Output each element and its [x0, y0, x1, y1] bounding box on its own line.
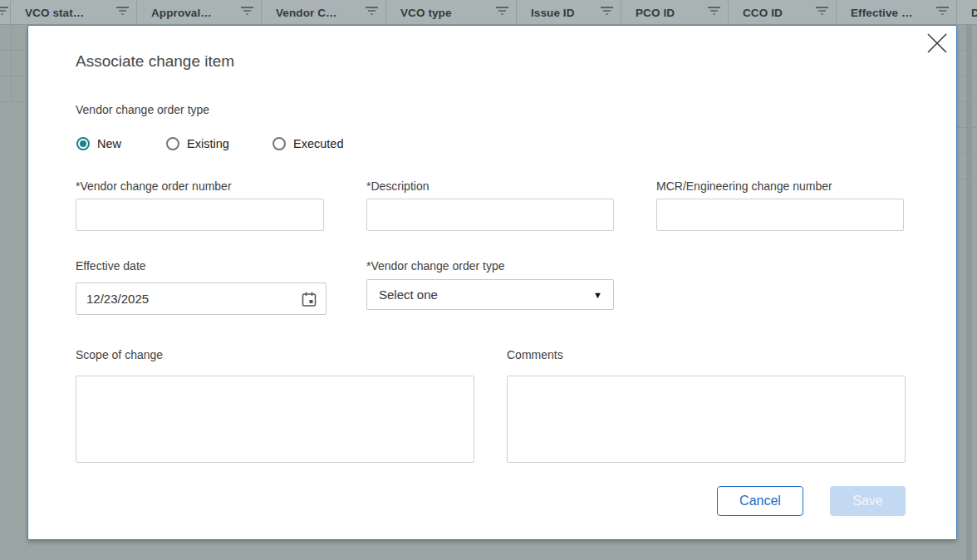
filter-icon[interactable]	[240, 7, 253, 17]
radio-label: New	[97, 137, 121, 150]
comments-textarea[interactable]	[507, 376, 906, 463]
description-input[interactable]	[366, 199, 614, 231]
column-header-label: VCO stat…	[25, 7, 84, 19]
column-header-cco-id[interactable]: CCO ID	[729, 0, 837, 25]
filter-icon[interactable]	[495, 7, 508, 17]
filter-icon[interactable]	[707, 7, 720, 17]
radio-group-label: Vendor change order type	[76, 103, 209, 116]
scope-label: Scope of change	[76, 348, 163, 361]
column-header-label: Del	[971, 7, 977, 19]
radio-unselected-icon[interactable]	[272, 137, 286, 150]
description-label: *Description	[366, 179, 429, 193]
column-header-label: PCO ID	[636, 7, 675, 19]
comments-label: Comments	[507, 348, 563, 361]
vco-type-selected-value: Select one	[367, 287, 593, 302]
save-button[interactable]: Save	[830, 486, 906, 516]
filter-icon[interactable]	[0, 7, 8, 17]
scope-textarea[interactable]	[76, 376, 474, 463]
column-header-vco-status[interactable]: VCO stat…	[11, 0, 137, 25]
column-divider	[11, 25, 12, 102]
column-header-label: Effective …	[851, 7, 913, 19]
column-header-vendor-c[interactable]: Vendor C…	[262, 0, 386, 25]
vco-number-input[interactable]	[76, 199, 324, 231]
vco-type-label: *Vendor change order type	[366, 259, 505, 273]
chevron-down-icon[interactable]: ▼	[593, 290, 602, 300]
radio-unselected-icon[interactable]	[166, 137, 179, 150]
column-header-effective[interactable]: Effective …	[837, 0, 957, 25]
column-header-label: Issue ID	[531, 7, 575, 19]
calendar-icon[interactable]	[301, 291, 317, 307]
column-header-label: VCO type	[400, 7, 452, 19]
filter-icon[interactable]	[815, 7, 828, 17]
column-header-label: Approval…	[151, 7, 212, 19]
associate-change-item-dialog: Associate change item Vendor change orde…	[27, 25, 957, 540]
radio-label: Executed	[293, 137, 343, 150]
column-header-label: Vendor C…	[276, 7, 337, 19]
filter-icon[interactable]	[115, 7, 129, 17]
filter-icon[interactable]	[935, 7, 949, 17]
vco-number-label: *Vendor change order number	[76, 179, 232, 193]
column-header-pco-id[interactable]: PCO ID	[621, 0, 729, 25]
close-icon[interactable]	[925, 32, 949, 55]
column-header-vco-type[interactable]: VCO type	[386, 0, 517, 25]
cancel-button[interactable]: Cancel	[717, 486, 803, 516]
filter-icon[interactable]	[600, 7, 613, 17]
column-header-approval[interactable]: Approval…	[137, 0, 262, 25]
scrollbar[interactable]	[966, 25, 972, 560]
table-header-row: VCO stat… Approval… Vendor C… VCO type I…	[0, 0, 977, 25]
effective-date-label: Effective date	[76, 259, 146, 273]
filter-icon[interactable]	[365, 7, 378, 17]
radio-executed[interactable]: Executed	[272, 137, 343, 150]
column-header-issue-id[interactable]: Issue ID	[517, 0, 621, 25]
vco-type-select[interactable]: Select one ▼	[366, 279, 614, 310]
radio-selected-icon[interactable]	[76, 137, 90, 150]
effective-date-input[interactable]: 12/23/2025	[76, 282, 326, 315]
mcr-number-input[interactable]	[656, 199, 904, 231]
mcr-number-label: MCR/Engineering change number	[656, 179, 832, 193]
column-header-label: CCO ID	[743, 7, 783, 19]
column-header-partial[interactable]	[0, 0, 11, 25]
radio-existing[interactable]: Existing	[166, 137, 229, 150]
effective-date-value[interactable]: 12/23/2025	[76, 292, 301, 306]
radio-new[interactable]: New	[76, 137, 121, 150]
dialog-title: Associate change item	[76, 52, 234, 71]
column-header-del[interactable]: Del	[957, 0, 977, 25]
radio-label: Existing	[187, 137, 229, 150]
